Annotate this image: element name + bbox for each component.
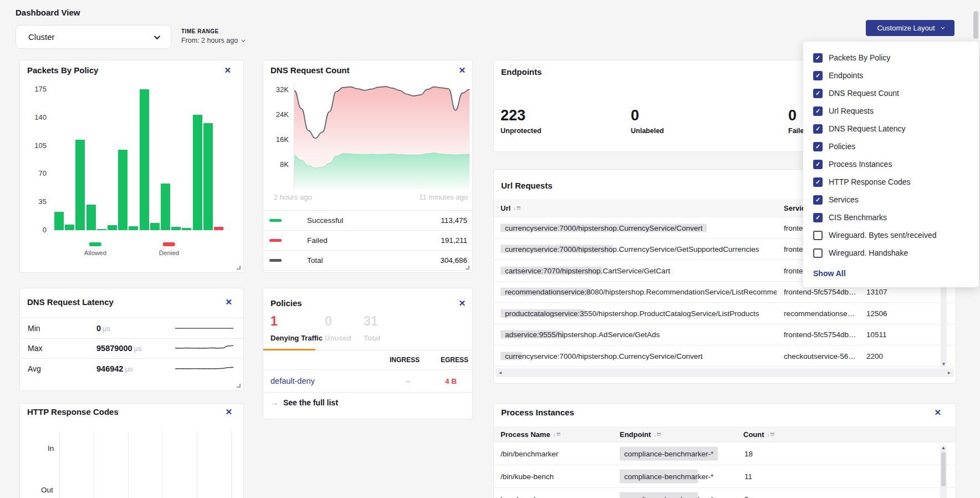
horizontal-scrollbar[interactable]: ◄ ► <box>496 368 954 377</box>
legend-swatch <box>269 259 282 262</box>
legend-label: Denied <box>159 250 179 256</box>
process-name-cell: /bin/kube-bench <box>501 472 554 481</box>
checkbox-checked-icon[interactable]: ✓ <box>813 142 823 151</box>
card-title: Process Instances <box>501 408 574 417</box>
bar-allowed <box>150 223 160 230</box>
legend-value: 113,475 <box>441 216 467 225</box>
menu-item-endpoints[interactable]: ✓Endpoints <box>813 67 979 84</box>
card-title: DNS Request Count <box>270 65 350 75</box>
bar-chart <box>54 89 227 230</box>
sort-icon[interactable]: ↓ <box>654 431 661 437</box>
checkbox-checked-icon[interactable]: ✓ <box>813 71 823 80</box>
url-rest: ncyservice:7000/hipstershop.CurrencyServ… <box>522 352 707 360</box>
close-icon[interactable]: ✕ <box>458 66 466 74</box>
tab-unused[interactable]: 0 Unused <box>325 315 351 342</box>
checkbox-unchecked-icon[interactable] <box>813 231 823 240</box>
bar-allowed <box>129 226 138 230</box>
stat-label: Denying Traffic <box>270 334 323 342</box>
column-header-process-name[interactable]: Process Name ↓ <box>501 430 560 439</box>
service-cell: fronte <box>784 223 803 232</box>
legend-swatch <box>269 239 282 242</box>
menu-item-wireguard-handshake[interactable]: Wireguard. Handshake <box>813 244 979 262</box>
url-cell: currencyservice:7000/hipstershop.Currenc… <box>501 352 707 360</box>
table-row[interactable]: benchmarkercompliance-benchmarker-*9 <box>494 488 956 498</box>
scroll-down-icon[interactable]: ▼ <box>941 362 947 367</box>
menu-item-services[interactable]: ✓Services <box>813 191 979 209</box>
page-scrollbar-thumb[interactable] <box>973 11 978 39</box>
y-tick-label: 35 <box>28 197 47 206</box>
url-highlight: recommendationservice:8 <box>501 288 591 296</box>
sort-icon[interactable]: ↓ <box>513 205 520 211</box>
menu-item-cis-benchmarks[interactable]: ✓CIS Benchmarks <box>813 209 979 226</box>
bar-denied <box>214 227 223 230</box>
y-tick-label: 8K <box>268 160 289 169</box>
count-cell: 13107 <box>866 288 887 296</box>
checkbox-checked-icon[interactable]: ✓ <box>813 177 823 187</box>
time-range-value[interactable]: From: 2 hours ago <box>181 37 244 44</box>
y-tick-label: 105 <box>28 141 47 150</box>
sort-icon[interactable]: ↓ <box>767 431 774 437</box>
checkbox-checked-icon[interactable]: ✓ <box>813 213 823 222</box>
checkbox-checked-icon[interactable]: ✓ <box>813 160 823 169</box>
resize-handle[interactable] <box>466 266 469 270</box>
url-cell: currencyservice:7000/hipstershop.Currenc… <box>501 223 707 232</box>
column-header-count[interactable]: Count ↓ <box>743 430 774 439</box>
see-full-list-link[interactable]: → See the full list <box>270 398 338 407</box>
show-all-link[interactable]: Show All <box>813 265 979 282</box>
close-icon[interactable]: ✕ <box>934 408 941 416</box>
menu-item-dns-request-latency[interactable]: ✓DNS Request Latency <box>813 120 979 138</box>
menu-item-wireguard-bytes-sent-received[interactable]: Wireguard. Bytes sent/received <box>813 226 979 244</box>
customize-layout-button[interactable]: Customize Layout <box>866 20 955 36</box>
resize-handle[interactable] <box>237 266 241 270</box>
stat-value: 1 <box>270 315 323 328</box>
menu-item-label: DNS Request Latency <box>829 124 906 133</box>
vertical-scrollbar[interactable]: ▲ <box>940 445 947 498</box>
menu-item-packets-by-policy[interactable]: ✓Packets By Policy <box>813 49 979 67</box>
close-icon[interactable]: ✕ <box>224 66 231 74</box>
checkbox-checked-icon[interactable]: ✓ <box>813 124 823 134</box>
table-row[interactable]: productcatalogservice:3550/hipstershop.P… <box>494 303 956 324</box>
menu-item-policies[interactable]: ✓Policies <box>813 138 979 155</box>
checkbox-checked-icon[interactable]: ✓ <box>813 106 823 116</box>
url-cell: productcatalogservice:3550/hipstershop.P… <box>501 309 764 317</box>
table-row[interactable]: adservice:9555/hipstershop.AdService/Get… <box>494 324 956 346</box>
close-icon[interactable]: ✕ <box>225 298 232 306</box>
table-header: Process Name ↓ Endpoint ↓ Count ↓ <box>494 426 956 443</box>
endpoint-rest: ker-* <box>698 470 718 484</box>
checkbox-unchecked-icon[interactable] <box>813 248 823 258</box>
y-tick-label: 175 <box>28 85 47 93</box>
checkbox-checked-icon[interactable]: ✓ <box>813 89 823 98</box>
close-icon[interactable]: ✕ <box>225 408 232 416</box>
latency-value: 0μs <box>96 324 110 333</box>
sort-icon[interactable]: ↓ <box>553 431 560 437</box>
column-header-endpoint[interactable]: Endpoint ↓ <box>620 430 661 439</box>
tab-total[interactable]: 31 Total <box>364 315 380 342</box>
tab-denying-traffic[interactable]: 1 Denying Traffic <box>270 315 323 342</box>
scroll-right-icon[interactable]: ► <box>947 370 952 375</box>
scrollbar-thumb[interactable] <box>941 452 946 486</box>
dns-request-latency-card: DNS Request Latency ✕ Min0μsMax95879000μ… <box>19 288 244 391</box>
customize-layout-menu: ✓Packets By Policy✓Endpoints✓DNS Request… <box>803 42 979 287</box>
bar-allowed <box>161 184 170 230</box>
scroll-left-icon[interactable]: ◄ <box>498 370 503 375</box>
policies-stats: 1 Denying Traffic 0 Unused 31 Total <box>263 314 472 350</box>
close-icon[interactable]: ✕ <box>458 299 466 307</box>
menu-item-process-instances[interactable]: ✓Process Instances <box>813 155 979 173</box>
menu-item-http-response-codes[interactable]: ✓HTTP Response Codes <box>813 173 979 191</box>
menu-item-dns-request-count[interactable]: ✓DNS Request Count <box>813 84 979 102</box>
checkbox-checked-icon[interactable]: ✓ <box>813 195 823 205</box>
resize-handle[interactable] <box>237 384 241 388</box>
table-row[interactable]: /bin/benchmarkercompliance-benchmarker-*… <box>494 443 956 465</box>
menu-item-url-requests[interactable]: ✓Url Requests <box>813 102 979 120</box>
view-select-value: Cluster <box>28 32 55 42</box>
scroll-up-icon[interactable]: ▲ <box>940 445 947 450</box>
latency-value: 946942μs <box>96 364 132 373</box>
policy-name-link[interactable]: default-deny <box>270 377 315 385</box>
table-row[interactable]: /bin/kube-benchcompliance-benchmarker-*1… <box>494 465 956 488</box>
page-title: Dashboard View <box>16 8 80 17</box>
checkbox-checked-icon[interactable]: ✓ <box>813 53 823 63</box>
y-tick-label: 70 <box>28 169 47 177</box>
table-row[interactable]: currencyservice:7000/hipstershop.Currenc… <box>494 345 956 367</box>
column-header-url[interactable]: Url ↓ <box>501 204 520 212</box>
view-select[interactable]: Cluster <box>16 25 171 49</box>
